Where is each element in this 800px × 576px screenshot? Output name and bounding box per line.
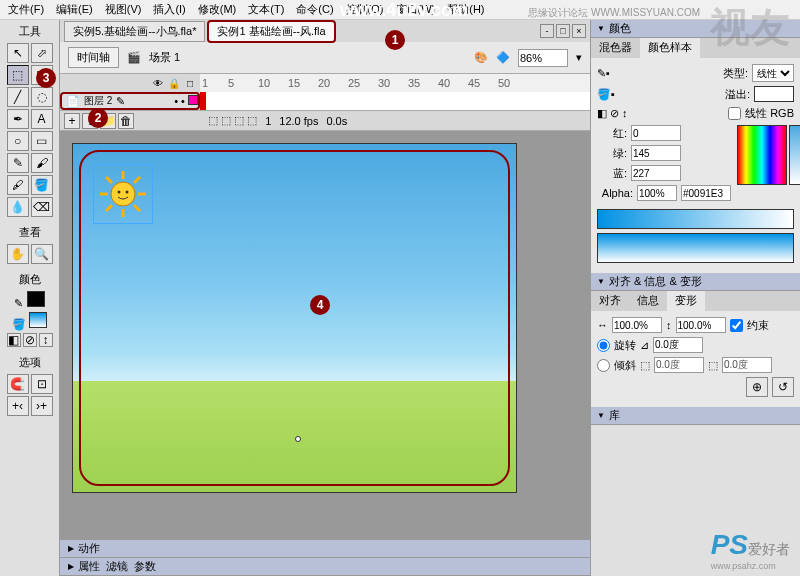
pen-tool[interactable]: ✒ bbox=[7, 109, 29, 129]
layer-name[interactable]: 图层 2 bbox=[84, 94, 112, 108]
svg-line-5 bbox=[106, 177, 112, 183]
fill-color-swatch[interactable] bbox=[29, 312, 47, 328]
delete-layer-btn[interactable]: 🗑 bbox=[118, 113, 134, 129]
sun-symbol[interactable] bbox=[98, 169, 148, 219]
add-layer-btn[interactable]: + bbox=[64, 113, 80, 129]
height-input[interactable] bbox=[676, 317, 726, 333]
zoom-dropdown-icon[interactable]: ▾ bbox=[576, 51, 582, 64]
selection-tool[interactable]: ↖ bbox=[7, 43, 29, 63]
skew-radio[interactable] bbox=[597, 359, 610, 372]
scene-icon: 🎬 bbox=[127, 51, 141, 64]
hand-tool[interactable]: ✋ bbox=[7, 244, 29, 264]
bg-watermark: 视友 bbox=[710, 0, 790, 55]
red-input[interactable] bbox=[631, 125, 681, 141]
angle-icon: ⊿ bbox=[640, 339, 649, 352]
gradient-type-select[interactable]: 线性 bbox=[752, 64, 794, 82]
ink-bottle-tool[interactable]: 🖋 bbox=[7, 175, 29, 195]
stroke-color-swatch[interactable] bbox=[27, 291, 45, 307]
scene-label[interactable]: 场景 1 bbox=[149, 50, 180, 65]
swatch-tab[interactable]: 颜色样本 bbox=[640, 38, 700, 58]
menu-text[interactable]: 文本(T) bbox=[248, 2, 284, 17]
stroke-color-tool[interactable]: ✎▪ bbox=[597, 67, 610, 80]
frame-area-layer2[interactable] bbox=[200, 92, 590, 110]
maximize-btn[interactable]: □ bbox=[556, 24, 570, 38]
minimize-btn[interactable]: - bbox=[540, 24, 554, 38]
frame-ruler[interactable]: 1 5 10 15 20 25 30 35 40 45 50 bbox=[200, 74, 590, 92]
menu-insert[interactable]: 插入(I) bbox=[153, 2, 185, 17]
hue-picker[interactable] bbox=[737, 125, 787, 185]
width-input[interactable] bbox=[612, 317, 662, 333]
color-mode-btns[interactable]: ◧ ⊘ ↕ bbox=[597, 107, 628, 120]
doc-tab-2[interactable]: 实例1 基础绘画--风.fla bbox=[207, 20, 335, 43]
param-tab[interactable]: 参数 bbox=[134, 559, 156, 574]
current-frame: 1 bbox=[265, 115, 271, 127]
show-hide-icon[interactable]: 👁 bbox=[152, 77, 164, 89]
swap-colors-btn[interactable]: ↕ bbox=[39, 333, 53, 347]
skew-v-icon: ⬚ bbox=[708, 359, 718, 372]
constrain-checkbox[interactable] bbox=[730, 319, 743, 332]
reset-transform-btn[interactable]: ↺ bbox=[772, 377, 794, 397]
transform-tab[interactable]: 变形 bbox=[667, 291, 705, 311]
subselection-tool[interactable]: ⬀ bbox=[31, 43, 53, 63]
lock-icon[interactable]: 🔒 bbox=[168, 77, 180, 89]
snap-option[interactable]: 🧲 bbox=[7, 374, 29, 394]
properties-panel-header[interactable]: 属性 滤镜 参数 bbox=[60, 558, 590, 576]
blue-input[interactable] bbox=[631, 165, 681, 181]
menu-edit[interactable]: 编辑(E) bbox=[56, 2, 93, 17]
no-color-btn[interactable]: ⊘ bbox=[23, 333, 37, 347]
eyedropper-tool[interactable]: 💧 bbox=[7, 197, 29, 217]
line-tool[interactable]: ╱ bbox=[7, 87, 29, 107]
fill-color-tool[interactable]: 🪣▪ bbox=[597, 88, 615, 101]
prop-tab[interactable]: 属性 bbox=[78, 559, 100, 574]
gradient-preview[interactable] bbox=[597, 209, 794, 229]
filter-tab[interactable]: 滤镜 bbox=[106, 559, 128, 574]
overflow-select[interactable] bbox=[754, 86, 794, 102]
timeline-toggle-btn[interactable]: 时间轴 bbox=[68, 47, 119, 68]
alpha-input[interactable] bbox=[637, 185, 677, 201]
layer-2-row[interactable]: 📄 图层 2 ✎ • • bbox=[60, 92, 200, 110]
library-panel-header[interactable]: 库 bbox=[591, 407, 800, 425]
gradient-ramp[interactable] bbox=[597, 233, 794, 263]
green-input[interactable] bbox=[631, 145, 681, 161]
info-tab[interactable]: 信息 bbox=[629, 291, 667, 311]
text-tool[interactable]: A bbox=[31, 109, 53, 129]
menu-view[interactable]: 视图(V) bbox=[105, 2, 142, 17]
stage[interactable] bbox=[72, 143, 517, 493]
option-4[interactable]: ›+ bbox=[31, 396, 53, 416]
black-white-btn[interactable]: ◧ bbox=[7, 333, 21, 347]
lasso-tool[interactable]: ◌ bbox=[31, 87, 53, 107]
option-3[interactable]: +‹ bbox=[7, 396, 29, 416]
menu-modify[interactable]: 修改(M) bbox=[198, 2, 237, 17]
menu-file[interactable]: 文件(F) bbox=[8, 2, 44, 17]
canvas-area[interactable] bbox=[60, 131, 590, 539]
linear-rgb-checkbox[interactable] bbox=[728, 107, 741, 120]
rotate-input[interactable] bbox=[653, 337, 703, 353]
fps-display: 12.0 fps bbox=[279, 115, 318, 127]
outline-icon[interactable]: □ bbox=[184, 77, 196, 89]
skew-label: 倾斜 bbox=[614, 358, 636, 373]
oval-tool[interactable]: ○ bbox=[7, 131, 29, 151]
align-panel-header[interactable]: 对齐 & 信息 & 变形 bbox=[591, 273, 800, 291]
edit-symbol-icon[interactable]: 🔷 bbox=[496, 51, 510, 64]
mixer-tab[interactable]: 混色器 bbox=[591, 38, 640, 58]
actions-panel-header[interactable]: 动作 bbox=[60, 540, 590, 558]
close-btn[interactable]: × bbox=[572, 24, 586, 38]
menu-command[interactable]: 命令(C) bbox=[296, 2, 333, 17]
onion-skin-btns[interactable]: ⬚ ⬚ ⬚ ⬚ bbox=[208, 114, 257, 127]
eraser-tool[interactable]: ⌫ bbox=[31, 197, 53, 217]
option-2[interactable]: ⊡ bbox=[31, 374, 53, 394]
rectangle-tool[interactable]: ▭ bbox=[31, 131, 53, 151]
pencil-tool[interactable]: ✎ bbox=[7, 153, 29, 173]
zoom-input[interactable] bbox=[518, 49, 568, 67]
rotate-radio[interactable] bbox=[597, 339, 610, 352]
paint-bucket-tool[interactable]: 🪣 bbox=[31, 175, 53, 195]
doc-tab-1[interactable]: 实例5.基础绘画--小鸟.fla* bbox=[64, 21, 205, 42]
align-tab[interactable]: 对齐 bbox=[591, 291, 629, 311]
brush-tool[interactable]: 🖌 bbox=[31, 153, 53, 173]
value-picker[interactable] bbox=[789, 125, 800, 185]
zoom-tool[interactable]: 🔍 bbox=[31, 244, 53, 264]
edit-scene-icon[interactable]: 🎨 bbox=[474, 51, 488, 64]
copy-transform-btn[interactable]: ⊕ bbox=[746, 377, 768, 397]
hex-input[interactable] bbox=[681, 185, 731, 201]
free-transform-tool[interactable]: ⬚ bbox=[7, 65, 29, 85]
